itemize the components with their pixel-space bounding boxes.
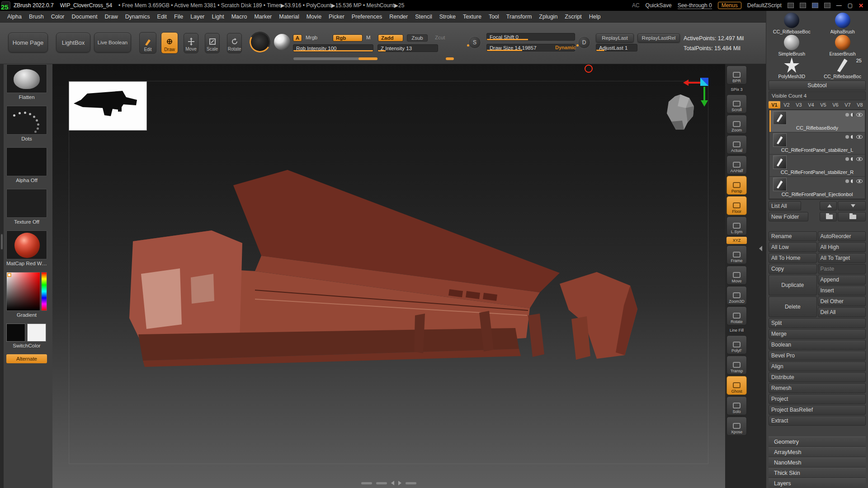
menu-item[interactable]: Stroke — [436, 12, 459, 21]
shelf-button[interactable]: Scroll — [726, 94, 747, 113]
folder-collapse-button[interactable] — [820, 212, 837, 221]
subtool-item[interactable]: CC_RifleFrontPanel_stabilizer_R — [769, 155, 865, 176]
all-to-target-button[interactable]: All To Target — [818, 253, 866, 263]
subtool-thumbnail[interactable] — [773, 155, 787, 169]
menu-item[interactable]: Tool — [485, 12, 503, 21]
alpha-picker-icon[interactable] — [274, 34, 290, 50]
subtool-action-button[interactable]: Extract — [769, 416, 866, 426]
rename-button[interactable]: Rename — [769, 231, 817, 241]
alpha-thumbnail[interactable] — [6, 147, 47, 176]
replay-last-rel-button[interactable]: ReplayLastRel — [637, 33, 680, 42]
brush-selector[interactable]: Flatten — [6, 64, 47, 100]
texture-selector[interactable]: Texture Off — [6, 189, 47, 225]
shelf-button[interactable]: Frame — [726, 245, 747, 264]
secondary-color-swatch[interactable] — [27, 324, 46, 342]
shelf-button[interactable]: XYZ — [726, 237, 747, 244]
shelf-button[interactable]: Transp — [726, 356, 747, 375]
visibility-eye-icon[interactable] — [856, 156, 863, 162]
m-toggle[interactable]: M — [366, 35, 371, 40]
dock-grid-icon[interactable] — [824, 3, 830, 8]
brush-slot[interactable]: SimpleBrush — [766, 35, 817, 57]
canvas-scrollbar[interactable] — [361, 481, 416, 485]
menu-item[interactable]: Document — [68, 12, 101, 21]
shelf-button[interactable]: Zoom — [726, 115, 747, 134]
subtool-view-tab[interactable]: V2 — [781, 101, 793, 108]
color-picker[interactable]: Gradient — [6, 272, 47, 318]
subtool-view-tab[interactable]: V4 — [805, 101, 817, 108]
subtool-header[interactable]: Subtool — [769, 80, 866, 90]
shelf-button[interactable]: Actual — [726, 135, 747, 154]
menu-item[interactable]: Stencil — [411, 12, 436, 21]
copy-button[interactable]: Copy — [769, 264, 817, 274]
shelf-button[interactable]: Xpose — [726, 417, 747, 436]
subtool-item[interactable]: CC_RiflebaseBody — [769, 110, 865, 132]
subtool-action-button[interactable]: Align — [769, 361, 866, 371]
material-thumbnail[interactable] — [6, 230, 47, 259]
polypaint-toggle-icon[interactable] — [845, 113, 849, 117]
scroll-handle[interactable] — [406, 482, 416, 484]
insert-button[interactable]: Insert — [818, 286, 866, 296]
dock-layout-icon[interactable] — [788, 3, 794, 8]
shelf-button[interactable]: Zoom3D — [726, 286, 747, 305]
palette-section-header[interactable]: Thick Skin — [769, 468, 866, 478]
subtool-action-button[interactable]: Bevel Pro — [769, 351, 866, 361]
subtool-thumbnail[interactable] — [773, 111, 787, 125]
left-edge-scrollbar[interactable] — [0, 64, 4, 488]
scroll-handle[interactable] — [361, 482, 372, 484]
viewport-canvas[interactable] — [52, 64, 725, 488]
scroll-left-icon[interactable] — [391, 481, 394, 485]
shelf-button[interactable]: PolyF — [726, 335, 747, 354]
menu-item[interactable]: Texture — [459, 12, 485, 21]
delete-button[interactable]: Delete — [769, 296, 817, 317]
menu-item[interactable]: Movie — [303, 12, 325, 21]
menu-item[interactable]: Picker — [325, 12, 348, 21]
polypaint-toggle-icon[interactable] — [845, 179, 849, 183]
subtool-action-button[interactable]: Remesh — [769, 383, 866, 393]
shelf-button[interactable]: Ghost — [726, 376, 747, 395]
shelf-button[interactable]: Floor — [726, 196, 747, 215]
tool-slot-current[interactable]: 25 CC_RiflebaseBoc — [817, 57, 868, 80]
polypaint-toggle-icon[interactable] — [845, 157, 849, 161]
subtool-view-tab[interactable]: V6 — [830, 101, 841, 108]
all-high-button[interactable]: All High — [818, 242, 866, 252]
shelf-scrollbar[interactable] — [293, 57, 377, 60]
dynamic-subdiv-toggle-icon[interactable] — [851, 135, 854, 139]
subtool-thumbnail[interactable] — [773, 178, 787, 191]
palette-section-header[interactable]: NanoMesh — [769, 457, 866, 468]
subtool-action-button[interactable]: Project — [769, 394, 866, 404]
new-folder-button[interactable]: New Folder — [769, 212, 808, 221]
append-button[interactable]: Append — [818, 275, 866, 285]
shelf-button[interactable]: Persp — [726, 176, 747, 195]
shelf-button[interactable]: Line Fill — [726, 327, 747, 334]
shelf-button[interactable]: L.Sym — [726, 216, 747, 235]
palette-section-header[interactable]: Geometry — [769, 436, 866, 447]
draw-button[interactable]: Draw — [161, 32, 178, 54]
visibility-eye-icon[interactable] — [856, 134, 863, 140]
menu-item[interactable]: Dynamics — [122, 12, 154, 21]
menu-item[interactable]: Preferences — [348, 12, 386, 21]
subtool-view-tab[interactable]: V8 — [854, 101, 866, 108]
menu-item[interactable]: Edit — [154, 12, 171, 21]
brush-slot[interactable]: CC_RiflebaseBoc — [766, 12, 817, 35]
subtool-item[interactable]: CC_RifleFrontPanel_stabilizer_L — [769, 132, 865, 154]
menu-item[interactable]: Help — [585, 12, 604, 21]
maximize-button[interactable]: ▢ — [848, 2, 853, 9]
dock-panels-icon[interactable] — [812, 3, 818, 8]
menu-item[interactable]: Draw — [101, 12, 122, 21]
see-through-slider[interactable]: See-through 0 — [678, 2, 712, 9]
subtool-action-button[interactable]: Merge — [769, 329, 866, 339]
scroll-right-icon[interactable] — [398, 481, 401, 485]
menu-item[interactable]: Transform — [503, 12, 536, 21]
panel-splitter-icon[interactable] — [759, 246, 762, 251]
subtool-up-button[interactable] — [820, 201, 837, 211]
visible-count-slider[interactable]: Visible Count 4 — [769, 91, 866, 100]
move-button[interactable]: Move — [184, 33, 198, 53]
all-to-home-button[interactable]: All To Home — [769, 253, 817, 263]
material-selector[interactable]: MatCap Red Wax — [6, 230, 47, 266]
default-zscript-button[interactable]: DefaultZScript — [747, 2, 782, 9]
subtool-view-tab[interactable]: V3 — [793, 101, 805, 108]
dynamic-toggle[interactable]: Dynamic — [555, 45, 576, 50]
subtool-view-tab[interactable]: V1 — [769, 101, 780, 108]
subtool-down-button[interactable] — [838, 201, 866, 211]
palette-section-header[interactable]: ArrayMesh — [769, 447, 866, 457]
